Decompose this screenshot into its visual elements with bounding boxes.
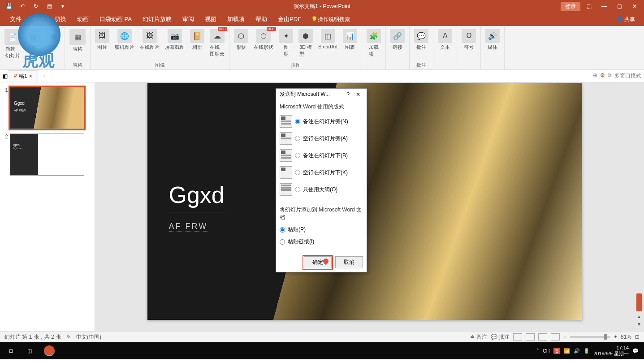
addin-button[interactable]: 🧩加载 项 xyxy=(365,28,383,58)
option-notes-next[interactable]: 备注在幻灯片旁(N) xyxy=(280,115,363,128)
sorter-view-icon[interactable] xyxy=(526,333,535,340)
undo-icon[interactable]: ↶ xyxy=(18,3,27,9)
icons-button[interactable]: ✦图 标 xyxy=(277,28,295,58)
powerpoint-task-icon[interactable] xyxy=(39,342,59,359)
radio-blank-next[interactable] xyxy=(295,136,300,141)
group-symbols: Ω符号 xyxy=(457,26,481,69)
network-icon[interactable]: 📶 xyxy=(564,348,570,354)
link-button[interactable]: 🔗链接 xyxy=(389,28,406,52)
shapes-button[interactable]: ⬡形状 xyxy=(232,28,250,52)
add-tab-icon[interactable]: + xyxy=(38,73,50,79)
dialog-close-icon[interactable]: ✕ xyxy=(353,91,363,98)
spell-check-icon[interactable]: ✎ xyxy=(66,334,71,340)
textbox-button[interactable]: A文本 xyxy=(436,28,454,52)
fit-window-icon[interactable]: ⊡ xyxy=(635,334,640,340)
option-paste-link[interactable]: 粘贴链接(I) xyxy=(280,238,363,246)
share-button[interactable]: 👤 共享 xyxy=(616,16,644,23)
option-blank-next[interactable]: 空行在幻灯片旁(A) xyxy=(280,132,363,145)
tab-view[interactable]: 视图 xyxy=(199,13,222,26)
ime-indicator[interactable]: CH xyxy=(543,348,550,353)
radio-outline-only[interactable] xyxy=(295,187,300,192)
online-picture-button[interactable]: 🌐联机图片 xyxy=(113,28,136,52)
multiwindow-icon[interactable]: ⧉ xyxy=(608,72,612,80)
target-icon[interactable]: ⊕ xyxy=(593,72,597,80)
tab-jinshan[interactable]: 金山PDF xyxy=(272,13,307,26)
tab-animations[interactable]: 动画 xyxy=(72,13,94,26)
slide-subtitle[interactable]: AF FRW xyxy=(169,222,208,232)
normal-view-icon[interactable] xyxy=(513,333,522,340)
dialog-help-icon[interactable]: ? xyxy=(343,91,353,98)
rail-up-icon[interactable]: ▲ xyxy=(637,314,641,319)
redo-icon[interactable]: ↻ xyxy=(31,3,40,9)
radio-paste[interactable] xyxy=(280,227,285,233)
zoom-out-icon[interactable]: − xyxy=(563,334,566,340)
option-paste[interactable]: 粘贴(P) xyxy=(280,226,363,233)
zoom-in-icon[interactable]: + xyxy=(614,334,617,340)
sogou-icon[interactable]: S xyxy=(553,348,560,354)
reading-view-icon[interactable] xyxy=(538,333,547,340)
option-blank-below[interactable]: 空行在幻灯片下(K) xyxy=(280,166,363,179)
tab-pocket[interactable]: 口袋动画 PA xyxy=(94,13,137,26)
radio-notes-next[interactable] xyxy=(295,119,300,124)
zoom-slider-thumb[interactable] xyxy=(604,334,607,340)
tell-me-search[interactable]: 💡 操作说明搜索 xyxy=(311,16,350,23)
login-button[interactable]: 登录 xyxy=(561,2,580,11)
multiwindow-label[interactable]: 多窗口模式 xyxy=(614,72,641,80)
symbols-button[interactable]: Ω符号 xyxy=(460,28,478,52)
smartart-button[interactable]: ◫SmartArt xyxy=(316,28,339,50)
3d-model-button[interactable]: ⬢3D 模 型 xyxy=(297,28,315,58)
media-button[interactable]: 🔊媒体 xyxy=(484,28,501,52)
chart-button[interactable]: 📊图表 xyxy=(341,28,359,52)
online-shapes-button[interactable]: ⬡在线形状 xyxy=(252,28,275,52)
album-button[interactable]: 📔相册 xyxy=(188,28,206,52)
minimize-icon[interactable]: — xyxy=(597,3,611,9)
screenshot-button[interactable]: 📷屏幕截图 xyxy=(163,28,186,52)
qat-customize-icon[interactable]: ▾ xyxy=(58,3,67,9)
start-from-beginning-icon[interactable]: ▤ xyxy=(45,3,54,9)
table-button[interactable]: ▦表格 xyxy=(68,28,87,53)
start-button[interactable]: ⊞ xyxy=(2,348,20,354)
notes-toggle[interactable]: ≐ 备注 xyxy=(470,333,487,341)
dialog-titlebar[interactable]: 发送到 Microsoft W... ? ✕ xyxy=(276,89,367,100)
tray-expand-icon[interactable]: ˄ xyxy=(536,348,539,354)
ribbon-display-icon[interactable]: ⬚ xyxy=(582,3,596,9)
taskview-icon[interactable]: ◫ xyxy=(20,342,39,359)
comments-toggle[interactable]: 💬 批注 xyxy=(491,333,510,341)
volume-icon[interactable]: 🔊 xyxy=(574,348,580,354)
maximize-icon[interactable]: ▢ xyxy=(613,3,626,9)
thumbnail-2[interactable]: lgc5 Aghban xyxy=(10,134,84,176)
outline-icon[interactable]: ◧ xyxy=(3,73,8,79)
zoom-level[interactable]: 81% xyxy=(621,334,631,340)
close-icon[interactable]: ✕ xyxy=(628,3,641,9)
tab-slideshow[interactable]: 幻灯片放映 xyxy=(137,13,177,26)
from-file-button[interactable]: 🖼在线图片 xyxy=(138,28,161,52)
doc-tab[interactable]: P 稿1 × xyxy=(8,70,38,82)
tell-me-label: 操作说明搜索 xyxy=(318,16,350,23)
slideshow-view-icon[interactable] xyxy=(551,333,560,340)
cancel-button[interactable]: 取消 xyxy=(335,256,363,268)
radio-blank-below[interactable] xyxy=(295,170,300,175)
tab-help[interactable]: 帮助 xyxy=(250,13,272,26)
notifications-icon[interactable]: 💬 xyxy=(632,348,639,354)
tab-addins[interactable]: 加载项 xyxy=(222,13,250,26)
slide-title[interactable]: Ggxd xyxy=(169,181,225,212)
gear-icon[interactable]: ⚙ xyxy=(600,72,605,80)
clock[interactable]: 17:14 2019/9/9 星期一 xyxy=(593,345,629,357)
option-outline-only[interactable]: 只使用大纲(O) xyxy=(280,183,363,196)
save-icon[interactable]: 💾 xyxy=(4,3,13,9)
option-notes-below[interactable]: 备注在幻灯片下(B) xyxy=(280,149,363,162)
online-icons-button[interactable]: ☁在线 图标云 xyxy=(208,28,226,58)
zoom-slider[interactable] xyxy=(570,336,610,338)
ok-button[interactable]: 确定 xyxy=(304,256,332,268)
language-label[interactable]: 中文(中国) xyxy=(76,333,101,341)
thumbnail-1[interactable]: Ggxd AF FRW xyxy=(10,87,84,129)
comment-button[interactable]: 💬批注 xyxy=(412,28,430,52)
rail-down-icon[interactable]: ▼ xyxy=(637,322,641,327)
picture-button[interactable]: 🖼图片 xyxy=(93,28,111,52)
doc-tab-close-icon[interactable]: × xyxy=(29,73,32,79)
battery-icon[interactable]: 🔋 xyxy=(583,348,590,354)
radio-paste-link[interactable] xyxy=(280,239,285,245)
tab-review[interactable]: 审阅 xyxy=(177,13,199,26)
radio-notes-below[interactable] xyxy=(295,153,300,158)
notes-label: 备注 xyxy=(476,334,487,340)
